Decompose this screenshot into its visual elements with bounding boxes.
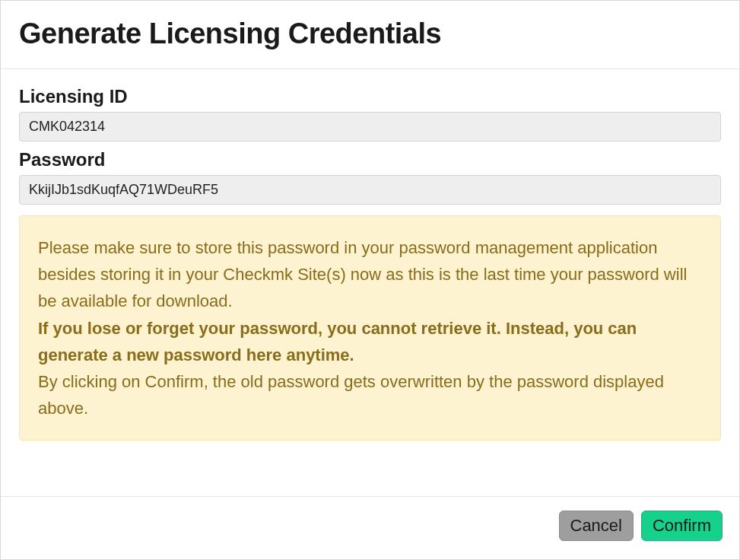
warning-text-emphasis: If you lose or forget your password, you… (38, 319, 637, 364)
dialog-header: Generate Licensing Credentials (1, 1, 739, 69)
dialog-footer: Cancel Confirm (1, 496, 739, 559)
licensing-id-field[interactable] (19, 112, 721, 142)
password-label: Password (19, 149, 721, 170)
cancel-button[interactable]: Cancel (559, 511, 634, 541)
password-group: Password (19, 149, 721, 205)
dialog-title: Generate Licensing Credentials (19, 18, 721, 50)
password-field[interactable] (19, 175, 721, 205)
password-warning-box: Please make sure to store this password … (19, 215, 721, 441)
confirm-button[interactable]: Confirm (641, 511, 723, 541)
dialog-body: Licensing ID Password Please make sure t… (1, 69, 739, 496)
warning-text-confirm-note: By clicking on Confirm, the old password… (38, 372, 664, 418)
warning-text-intro: Please make sure to store this password … (38, 238, 687, 310)
licensing-id-label: Licensing ID (19, 86, 721, 107)
licensing-id-group: Licensing ID (19, 86, 721, 142)
generate-credentials-dialog: Generate Licensing Credentials Licensing… (0, 0, 740, 560)
